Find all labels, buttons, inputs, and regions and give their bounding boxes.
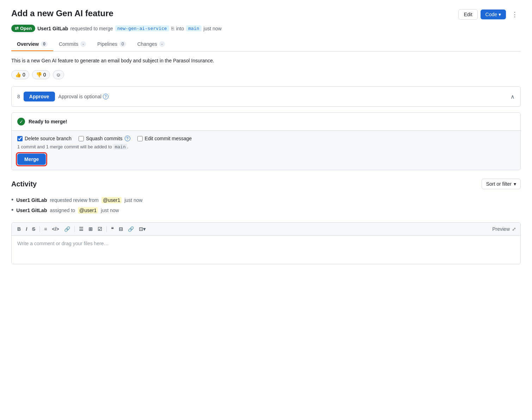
activity-text-1: requested review from — [50, 197, 99, 203]
editor-body[interactable]: Write a comment or drag your files here… — [12, 236, 520, 264]
approval-help-icon[interactable]: ? — [103, 94, 109, 99]
attach-button[interactable]: 🔗 — [126, 226, 135, 233]
blockquote-button[interactable]: ❝ — [110, 226, 115, 233]
status-time: just now — [204, 26, 222, 31]
merge-button-wrapper: Merge — [17, 154, 46, 165]
sort-filter-label: Sort or filter — [486, 181, 512, 187]
thumbsup-count: 0 — [23, 72, 25, 78]
merge-info-text: 1 commit and 1 merge commit will be adde… — [17, 144, 112, 149]
squash-commits-checkbox[interactable] — [79, 136, 84, 141]
source-branch-link[interactable]: new-gen-ai-service — [115, 25, 169, 31]
expand-button[interactable]: ⤢ — [512, 226, 516, 232]
task-list-button[interactable]: ☑ — [96, 226, 104, 233]
status-into: into — [176, 26, 184, 31]
thumbsup-reaction[interactable]: 👍 0 — [11, 70, 29, 79]
activity-time-1: just now — [124, 197, 142, 203]
target-branch-link[interactable]: main — [186, 25, 201, 31]
activity-header: Activity Sort or filter ▾ — [11, 179, 521, 189]
merge-info-suffix: . — [127, 144, 129, 149]
header-actions: Edit Code ▾ ⋮ — [458, 8, 521, 20]
editor-toolbar: B I S ≡ </> 🔗 ☰ ⊞ ☑ ❝ ⊟ 🔗 ⊡▾ Preview ⤢ — [12, 223, 520, 236]
activity-user-2: User1 GitLab — [16, 208, 47, 213]
approve-button[interactable]: Approve — [24, 92, 55, 101]
edit-message-label: Edit commit message — [145, 136, 192, 141]
merge-options: Delete source branch Squash commits ? Ed… — [17, 136, 515, 141]
tab-commits-count: - — [80, 41, 86, 47]
approve-left: 8 Approve Approval is optional ? — [17, 92, 109, 101]
approval-optional-text: Approval is optional ? — [58, 94, 109, 99]
link-button[interactable]: 🔗 — [63, 226, 72, 233]
approval-optional-label: Approval is optional — [58, 94, 101, 99]
activity-text-2: assigned to — [50, 208, 75, 213]
merge-target-branch: main — [113, 144, 127, 150]
approve-section: 8 Approve Approval is optional ? ∧ — [11, 86, 521, 107]
tab-commits-label: Commits — [59, 41, 78, 47]
tabs-container: Overview 0 Commits - Pipelines 0 Changes… — [11, 38, 521, 51]
templates-button[interactable]: ⊡▾ — [137, 226, 147, 233]
unordered-list-button[interactable]: ☰ — [78, 226, 85, 233]
thumbsdown-emoji: 👎 — [36, 72, 42, 78]
merge-button[interactable]: Merge — [17, 154, 46, 165]
status-line: ⇄ Open User1 GitLab requested to merge n… — [11, 25, 521, 32]
tab-pipelines-count: 0 — [119, 41, 126, 47]
comment-editor: B I S ≡ </> 🔗 ☰ ⊞ ☑ ❝ ⊟ 🔗 ⊡▾ Preview ⤢ — [11, 222, 521, 264]
table-button[interactable]: ⊟ — [117, 226, 124, 233]
delete-branch-label: Delete source branch — [25, 136, 72, 141]
edit-message-checkbox[interactable] — [137, 136, 143, 141]
toolbar-separator-2 — [74, 226, 75, 232]
preview-button[interactable]: Preview — [492, 226, 510, 232]
bold-button[interactable]: B — [16, 226, 22, 233]
activity-user-1: User1 GitLab — [16, 197, 47, 203]
merge-body: Delete source branch Squash commits ? Ed… — [12, 131, 520, 170]
thumbsdown-reaction[interactable]: 👎 0 — [32, 70, 50, 79]
code-button-toolbar[interactable]: </> — [51, 226, 61, 233]
toolbar-separator-1 — [39, 226, 40, 232]
toolbar-left: B I S ≡ </> 🔗 ☰ ⊞ ☑ ❝ ⊟ 🔗 ⊡▾ — [16, 226, 147, 233]
page-title: Add a new Gen AI feature — [11, 8, 113, 18]
reactions-bar: 👍 0 👎 0 ☺ — [11, 70, 521, 79]
code-chevron-icon: ▾ — [499, 12, 501, 17]
more-options-button[interactable]: ⋮ — [509, 8, 521, 20]
tab-overview-count: 0 — [41, 41, 48, 47]
italic-button[interactable]: I — [24, 226, 29, 233]
status-action: requested to merge — [70, 26, 113, 31]
strikethrough-label: S — [32, 226, 35, 232]
activity-list: User1 GitLab requested review from @user… — [11, 195, 521, 215]
toolbar-right: Preview ⤢ — [492, 226, 516, 232]
delete-branch-checkbox[interactable] — [17, 136, 23, 141]
activity-mention-1[interactable]: @user1 — [101, 197, 122, 203]
merge-info: 1 commit and 1 merge commit will be adde… — [17, 144, 515, 149]
numbered-list-button[interactable]: ⊞ — [87, 226, 94, 233]
strikethrough-button[interactable]: S — [31, 226, 37, 233]
merge-header: ✓ Ready to merge! — [12, 113, 520, 131]
tab-changes[interactable]: Changes - — [132, 38, 171, 51]
squash-commits-option[interactable]: Squash commits ? — [79, 136, 130, 141]
open-badge: ⇄ Open — [11, 25, 35, 32]
emoji-add-icon: ☺ — [56, 72, 61, 78]
delete-branch-option[interactable]: Delete source branch — [17, 136, 72, 141]
edit-button[interactable]: Edit — [458, 9, 477, 20]
thumbsdown-count: 0 — [43, 72, 46, 78]
merge-ready-icon: ✓ — [17, 118, 25, 125]
activity-item: User1 GitLab requested review from @user… — [11, 195, 521, 205]
edit-message-option[interactable]: Edit commit message — [137, 136, 192, 141]
ordered-list-button[interactable]: ≡ — [43, 226, 48, 233]
squash-help-icon[interactable]: ? — [125, 136, 130, 141]
sort-filter-button[interactable]: Sort or filter ▾ — [482, 179, 521, 189]
editor-placeholder: Write a comment or drag your files here… — [17, 241, 109, 246]
add-emoji-button[interactable]: ☺ — [53, 70, 64, 79]
merge-section: ✓ Ready to merge! Delete source branch S… — [11, 112, 521, 170]
activity-item: User1 GitLab assigned to @user1 just now — [11, 205, 521, 215]
tab-changes-count: - — [159, 41, 165, 47]
tab-overview[interactable]: Overview 0 — [11, 38, 53, 51]
italic-label: I — [26, 226, 27, 232]
copy-icon: ⎘ — [171, 26, 174, 31]
activity-mention-2[interactable]: @user1 — [78, 207, 98, 214]
approve-collapse-button[interactable]: ∧ — [511, 93, 515, 100]
tab-pipelines-label: Pipelines — [97, 41, 117, 47]
thumbsup-emoji: 👍 — [15, 72, 21, 78]
tab-commits[interactable]: Commits - — [53, 38, 92, 51]
code-button[interactable]: Code ▾ — [481, 10, 506, 19]
tab-pipelines[interactable]: Pipelines 0 — [92, 38, 132, 51]
merge-request-icon: ⇄ — [15, 26, 19, 31]
